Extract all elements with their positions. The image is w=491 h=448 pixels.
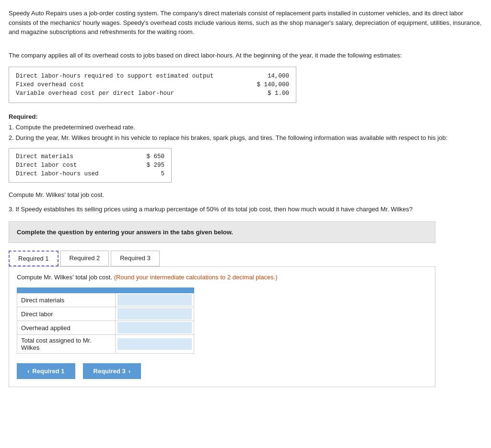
answer-label-direct-materials: Direct materials <box>17 293 116 307</box>
table-row: Direct labor-hours used 5 <box>16 170 164 178</box>
table-row: Variable overhead cost per direct labor-… <box>16 89 289 98</box>
direct-labor-input[interactable] <box>117 308 192 320</box>
wilkes-label: Direct materials <box>16 152 126 161</box>
tab-required3-label: Required 3 <box>120 254 151 262</box>
answer-input-cell[interactable] <box>116 321 194 335</box>
wilkes-value: $ 295 <box>126 161 164 170</box>
tab-required2-label: Required 2 <box>70 254 100 262</box>
tab-instruction-text: Compute Mr. Wilkes' total job cost. <box>17 274 112 281</box>
compute-text: Compute Mr. Wilkes' total job cost. <box>9 190 482 200</box>
table-row: Fixed overhead cost $ 140,000 <box>16 80 289 89</box>
answer-table-header-value <box>116 288 194 293</box>
answer-label-direct-labor: Direct labor <box>17 307 116 321</box>
intro-paragraph2: The company applies all of its overhead … <box>9 51 482 60</box>
estimate-label: Fixed overhead cost <box>16 80 232 89</box>
tab-instruction: Compute Mr. Wilkes' total job cost. (Rou… <box>17 274 427 281</box>
estimates-table: Direct labor-hours required to support e… <box>9 67 296 103</box>
tab-required1-label: Required 1 <box>18 255 49 262</box>
tab-required2[interactable]: Required 2 <box>60 251 109 266</box>
table-row: Direct materials $ 650 <box>16 152 164 161</box>
next-button-label: Required 3 <box>94 368 126 375</box>
tab-content-area: Compute Mr. Wilkes' total job cost. (Rou… <box>9 266 435 387</box>
selling-text: 3. If Speedy establishes its selling pri… <box>9 205 482 214</box>
estimate-value: $ 140,000 <box>232 80 289 89</box>
table-row: Total cost assigned to Mr. Wilkes <box>17 335 194 354</box>
estimate-value: $ 1.00 <box>232 89 289 98</box>
table-row: Direct labor cost $ 295 <box>16 161 164 170</box>
nav-buttons: ‹ Required 1 Required 3 › <box>17 363 427 379</box>
total-cost-input[interactable] <box>117 338 192 350</box>
wilkes-value: $ 650 <box>126 152 164 161</box>
answer-input-cell[interactable] <box>116 293 194 307</box>
required-item2: 2. During the year, Mr. Wilkes brought i… <box>9 134 447 141</box>
required-section: Required: 1. Compute the predetermined o… <box>9 112 482 143</box>
answer-label-overhead: Overhead applied <box>17 321 116 335</box>
direct-materials-input[interactable] <box>117 294 192 306</box>
complete-box: Complete the question by entering your a… <box>9 221 435 243</box>
intro-paragraph1: Speedy Auto Repairs uses a job-order cos… <box>9 9 482 37</box>
answer-input-cell[interactable] <box>116 335 194 354</box>
table-row: Direct materials <box>17 293 194 307</box>
wilkes-label: Direct labor cost <box>16 161 126 170</box>
wilkes-value: 5 <box>126 170 164 178</box>
prev-button[interactable]: ‹ Required 1 <box>17 363 75 379</box>
estimate-label: Variable overhead cost per direct labor-… <box>16 89 232 98</box>
answer-input-cell[interactable] <box>116 307 194 321</box>
table-row: Overhead applied <box>17 321 194 335</box>
tab-required1[interactable]: Required 1 <box>9 251 58 266</box>
answer-table: Direct materials Direct labor Overhead a… <box>17 287 194 354</box>
next-arrow-icon: › <box>129 368 130 375</box>
tab-required3[interactable]: Required 3 <box>111 251 160 266</box>
tabs-container: Required 1 Required 2 Required 3 <box>9 251 482 266</box>
answer-label-total-cost: Total cost assigned to Mr. Wilkes <box>17 335 116 354</box>
required-item1: 1. Compute the predetermined overhead ra… <box>9 124 135 131</box>
estimate-label: Direct labor-hours required to support e… <box>16 72 232 80</box>
wilkes-table: Direct materials $ 650 Direct labor cost… <box>9 148 172 183</box>
wilkes-label: Direct labor-hours used <box>16 170 126 178</box>
prev-arrow-icon: ‹ <box>27 368 29 375</box>
estimate-value: 14,000 <box>232 72 289 80</box>
table-row: Direct labor-hours required to support e… <box>16 72 289 80</box>
overhead-applied-input[interactable] <box>117 322 192 333</box>
required-title: Required: <box>9 113 38 120</box>
tab-round-note: (Round your intermediate calculations to… <box>114 274 278 281</box>
table-row: Direct labor <box>17 307 194 321</box>
next-button[interactable]: Required 3 › <box>83 363 141 379</box>
complete-box-text: Complete the question by entering your a… <box>17 229 233 236</box>
prev-button-label: Required 1 <box>32 368 64 375</box>
answer-table-header-label <box>17 288 116 293</box>
